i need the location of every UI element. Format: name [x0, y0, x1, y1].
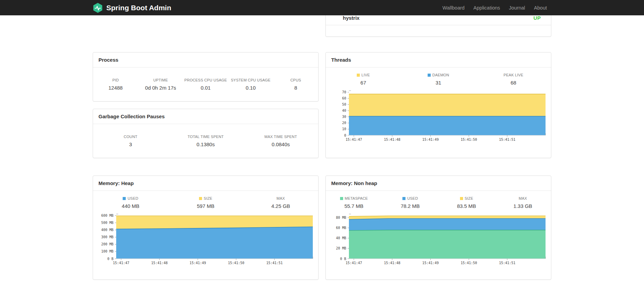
stat-label: DAEMON	[401, 73, 476, 77]
nonheap-stats: METASPACE 55.7 MB USED 78.2 MB SIZE	[326, 196, 551, 209]
svg-text:15:41:51: 15:41:51	[266, 261, 282, 265]
stat-label: MAX	[243, 196, 318, 200]
stat-value: 597 MB	[168, 203, 243, 209]
svg-text:0 B: 0 B	[340, 257, 346, 261]
svg-text:60: 60	[342, 96, 346, 100]
svg-text:0: 0	[344, 134, 346, 137]
svg-text:15:41:49: 15:41:49	[189, 261, 206, 265]
stat-label: METASPACE	[326, 196, 382, 200]
memory-nonheap-panel: Memory: Non heap METASPACE 55.7 MB USED …	[325, 176, 551, 280]
stat-label: SIZE	[439, 196, 495, 200]
brand-link[interactable]: Spring Boot Admin	[93, 3, 171, 13]
stat-label: SIZE	[168, 196, 243, 200]
stat-value: 68	[476, 80, 551, 86]
svg-text:15:41:50: 15:41:50	[461, 138, 477, 141]
right-column: hystrix UP Threads LIVE 67 DAE	[325, 15, 551, 280]
stat-label-text: LIVE	[362, 73, 370, 77]
stat-value: 0.01	[183, 85, 228, 91]
stat-label-text: USED	[407, 196, 418, 200]
stat-label-text: SIZE	[204, 196, 212, 200]
stat-label: USED	[93, 196, 168, 200]
stat-label-text: SIZE	[465, 196, 473, 200]
stat-value: 0.1380s	[168, 141, 243, 147]
left-column: Process PID 12488 UPTIME 0d 0h 2m 17s PR…	[93, 15, 319, 280]
stat-heap-size: SIZE 597 MB	[168, 196, 243, 209]
gc-panel-body: COUNT 3 TOTAL TIME SPENT 0.1380s MAX TIM…	[93, 124, 318, 158]
stat-gc-count: COUNT 3	[93, 135, 168, 147]
stat-cpus: CPUS 8	[273, 78, 318, 91]
gc-panel-title: Garbage Collection Pauses	[93, 109, 318, 124]
nav-links: Wallboard Applications Journal About	[438, 0, 551, 15]
nav-item-applications[interactable]: Applications	[469, 0, 504, 15]
heap-stats: USED 440 MB SIZE 597 MB MAX 4.25 GB	[93, 196, 318, 209]
stat-value: 55.7 MB	[326, 203, 382, 209]
stat-value: 440 MB	[93, 203, 168, 209]
stat-label: TOTAL TIME SPENT	[168, 135, 243, 139]
stat-label: LIVE	[326, 73, 401, 77]
stat-label: MAX TIME SPENT	[243, 135, 318, 139]
used-legend-swatch	[402, 197, 405, 200]
stat-pid: PID 12488	[93, 78, 138, 91]
stat-value: 8	[273, 85, 318, 91]
memory-heap-panel: Memory: Heap USED 440 MB SIZE 597 MB	[93, 176, 319, 280]
navbar-inner: Spring Boot Admin Wallboard Applications…	[93, 0, 551, 15]
process-stats: PID 12488 UPTIME 0d 0h 2m 17s PROCESS CP…	[93, 78, 318, 91]
gc-stats: COUNT 3 TOTAL TIME SPENT 0.1380s MAX TIM…	[93, 135, 318, 147]
nav-item-about[interactable]: About	[530, 0, 551, 15]
svg-text:15:41:48: 15:41:48	[384, 138, 400, 141]
stat-process-cpu-usage: PROCESS CPU USAGE 0.01	[183, 78, 228, 91]
stat-value: 0d 0h 2m 17s	[138, 85, 183, 91]
svg-text:15:41:47: 15:41:47	[113, 261, 129, 265]
svg-text:15:41:50: 15:41:50	[461, 261, 477, 265]
live-legend-swatch	[357, 74, 360, 77]
process-panel-body: PID 12488 UPTIME 0d 0h 2m 17s PROCESS CP…	[93, 67, 318, 101]
metaspace-legend-swatch	[340, 197, 343, 200]
stat-system-cpu-usage: SYSTEM CPU USAGE 0.10	[228, 78, 273, 91]
svg-text:600 MB: 600 MB	[101, 214, 113, 217]
svg-text:15:41:47: 15:41:47	[346, 138, 362, 141]
svg-text:15:41:49: 15:41:49	[422, 138, 439, 141]
stat-value: 4.25 GB	[243, 203, 318, 209]
stat-label: CPUS	[273, 78, 318, 82]
stat-label: COUNT	[93, 135, 168, 139]
service-name-link[interactable]: hystrix	[343, 15, 359, 21]
stat-gc-max-time: MAX TIME SPENT 0.0840s	[243, 135, 318, 147]
nav-item-wallboard[interactable]: Wallboard	[438, 0, 469, 15]
stat-label: UPTIME	[138, 78, 183, 82]
navbar: Spring Boot Admin Wallboard Applications…	[0, 0, 644, 15]
svg-text:300 MB: 300 MB	[101, 235, 113, 239]
stat-value: 0.0840s	[243, 141, 318, 147]
memory-heap-panel-title: Memory: Heap	[93, 176, 318, 191]
brand-title: Spring Boot Admin	[106, 4, 171, 12]
stat-label: SYSTEM CPU USAGE	[228, 78, 273, 82]
svg-text:70: 70	[342, 90, 346, 94]
stat-label: MAX	[495, 196, 551, 200]
svg-text:50: 50	[342, 103, 346, 106]
svg-text:0 B: 0 B	[107, 257, 113, 261]
gc-pauses-panel: Garbage Collection Pauses COUNT 3 TOTAL …	[93, 109, 319, 158]
stat-value: 78.2 MB	[382, 203, 438, 209]
svg-text:60 MB: 60 MB	[336, 226, 346, 230]
stat-nonheap-used: USED 78.2 MB	[382, 196, 438, 209]
memory-heap-chart: 0 B100 MB200 MB300 MB400 MB500 MB600 MB1…	[96, 212, 316, 266]
svg-text:15:41:51: 15:41:51	[499, 261, 515, 265]
nav-item-journal[interactable]: Journal	[505, 0, 530, 15]
daemon-legend-swatch	[428, 74, 431, 77]
svg-text:400 MB: 400 MB	[101, 228, 113, 232]
stat-nonheap-max: MAX 1.33 GB	[495, 196, 551, 209]
stat-threads-daemon: DAEMON 31	[401, 73, 476, 86]
stat-uptime: UPTIME 0d 0h 2m 17s	[138, 78, 183, 91]
memory-nonheap-panel-title: Memory: Non heap	[326, 176, 551, 191]
stat-value: 31	[401, 80, 476, 86]
size-legend-swatch	[460, 197, 463, 200]
svg-text:80 MB: 80 MB	[336, 216, 346, 219]
svg-text:15:41:49: 15:41:49	[422, 261, 439, 265]
stat-label-text: DAEMON	[432, 73, 449, 77]
stat-threads-peak-live: PEAK LIVE 68	[476, 73, 551, 86]
stat-label-text: METASPACE	[345, 196, 368, 200]
process-panel: Process PID 12488 UPTIME 0d 0h 2m 17s PR…	[93, 52, 319, 102]
stat-value: 67	[326, 80, 401, 86]
svg-text:20: 20	[342, 121, 346, 125]
stat-nonheap-metaspace: METASPACE 55.7 MB	[326, 196, 382, 209]
svg-text:40 MB: 40 MB	[336, 236, 346, 240]
